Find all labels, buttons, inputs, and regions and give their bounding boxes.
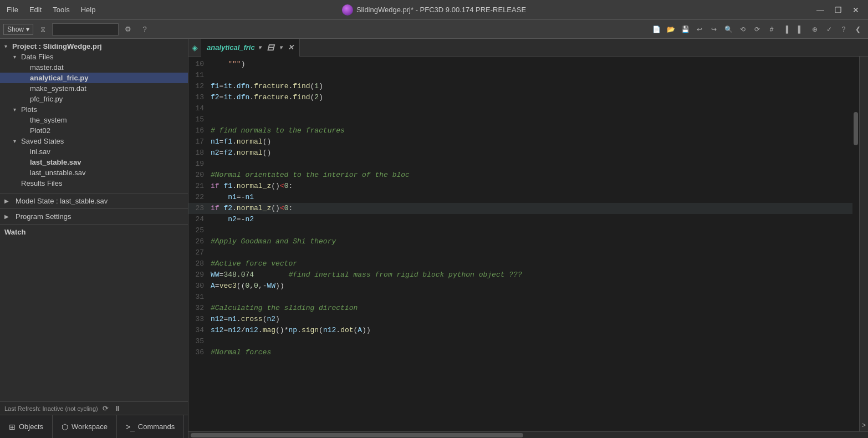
sidebar-item-results[interactable]: Results Files (0, 178, 188, 189)
saved-states-label: Saved States (21, 137, 64, 145)
next-icon[interactable]: ⟳ (750, 22, 764, 37)
refresh-button[interactable]: ⟳ (101, 404, 110, 412)
code-line-16: 16 # find normals to the fractures (188, 125, 852, 136)
code-line-13: 13 f2=it.dfn.fracture.find(2) (188, 92, 852, 103)
tab-close-icon[interactable]: ✕ (288, 43, 294, 52)
sidebar-item-data-files[interactable]: ▾ Data Files (0, 52, 188, 62)
sidebar-item-master-dat[interactable]: master.dat (0, 62, 188, 73)
expand-right-icon[interactable]: > (862, 421, 866, 429)
code-editor[interactable]: 10 """) 11 12 f1=it.dfn.fracture.find(1)… (188, 57, 852, 431)
filter-icon[interactable]: ⧖ (35, 22, 50, 37)
objects-icon: ⊞ (9, 422, 16, 431)
code-line-14: 14 (188, 103, 852, 114)
sidebar: ▾ Project : SlidingWedge.prj ▾ Data File… (0, 39, 188, 438)
chevron-down-icon: ▾ (26, 26, 29, 33)
code-line-11: 11 (188, 70, 852, 81)
last-refresh-bar: Last Refresh: Inactive (not cycling) ⟳ ⏸ (0, 401, 188, 415)
code-line-22: 22 n1=-n1 (188, 192, 852, 203)
menu-file[interactable]: File (4, 4, 21, 15)
code-line-34: 34 s12=n12/n12.mag()*np.sign(n12.dot(A)) (188, 325, 852, 336)
code-line-26: 26 #Apply Goodman and Shi theory (188, 236, 852, 247)
code-line-23: 23 if f2.normal_z()<0: (188, 203, 852, 214)
maximize-button[interactable]: ❐ (830, 3, 846, 17)
menu-help[interactable]: Help (79, 4, 98, 15)
check-icon[interactable]: ✓ (823, 22, 836, 37)
settings-icon[interactable]: ⚙ (121, 22, 135, 37)
sidebar-item-last-unstable[interactable]: last_unstable.sav (0, 167, 188, 178)
pause-button[interactable]: ⏸ (113, 404, 122, 412)
spacer (22, 117, 28, 123)
sidebar-item-pfc-fric[interactable]: pfc_fric.py (0, 94, 188, 104)
open-file-icon[interactable]: 📂 (664, 22, 677, 37)
spacer (22, 159, 28, 165)
sidebar-item-project[interactable]: ▾ Project : SlidingWedge.prj (0, 41, 188, 52)
code-line-15: 15 (188, 114, 852, 125)
code-line-28: 28 #Active force vector (188, 258, 852, 269)
minimize-button[interactable]: — (813, 3, 828, 17)
close-button[interactable]: ✕ (848, 3, 864, 17)
sidebar-item-make-system[interactable]: make_system.dat (0, 83, 188, 94)
code-line-33: 33 n12=n1.cross(n2) (188, 314, 852, 325)
window-controls: — ❐ ✕ (813, 3, 864, 17)
filter-input[interactable] (52, 23, 119, 35)
horizontal-scrollbar[interactable] (188, 431, 868, 438)
sidebar-item-plots[interactable]: ▾ Plots (0, 104, 188, 115)
spacer (22, 64, 28, 70)
split-left-icon[interactable]: ▐ (779, 22, 793, 37)
model-state-label: Model State : last_stable.sav (16, 197, 108, 205)
editor-tabbar: ◈ analytical_fric ▾ ⊟ ▾ ✕ (188, 39, 868, 57)
right-panel: > (859, 57, 868, 431)
split-right-icon[interactable]: ▌ (794, 22, 807, 37)
menu-edit[interactable]: Edit (27, 4, 44, 15)
sidebar-item-ini-sav[interactable]: ini.sav (0, 146, 188, 157)
prev-icon[interactable]: ⟲ (736, 22, 749, 37)
code-line-25: 25 (188, 225, 852, 236)
sidebar-item-plot02[interactable]: Plot02 (0, 125, 188, 136)
sidebar-item-last-stable[interactable]: last_stable.sav (0, 157, 188, 167)
editor-content: 10 """) 11 12 f1=it.dfn.fracture.find(1)… (188, 57, 868, 431)
new-file-icon[interactable]: 📄 (650, 22, 663, 37)
spacer (22, 96, 28, 102)
undo-icon[interactable]: ↩ (693, 22, 706, 37)
sidebar-item-analytical-fric[interactable]: analytical_fric.py (0, 73, 188, 83)
menu-bar: File Edit Tools Help (4, 4, 98, 15)
save-icon[interactable]: 💾 (678, 22, 692, 37)
toolbar-help-icon[interactable]: ? (837, 22, 850, 37)
tab-split-arrow-icon[interactable]: ▾ (279, 44, 282, 50)
collapse-icon[interactable]: ❮ (851, 22, 865, 37)
scroll-thumb[interactable] (854, 112, 858, 145)
plot-label: Plot02 (30, 126, 50, 135)
help-icon[interactable]: ? (137, 22, 152, 37)
redo-icon[interactable]: ↪ (707, 22, 721, 37)
tab-split-icon[interactable]: ⊟ (267, 42, 274, 53)
show-dropdown[interactable]: Show ▾ (3, 24, 33, 35)
sidebar-item-the-system[interactable]: the_system (0, 115, 188, 125)
tab-dropdown-icon[interactable]: ▾ (258, 44, 261, 50)
sidebar-model-state[interactable]: ▶ Model State : last_stable.sav (0, 193, 188, 208)
sidebar-item-saved-states[interactable]: ▾ Saved States (0, 136, 188, 146)
hash-icon[interactable]: # (765, 22, 778, 37)
vertical-scrollbar[interactable] (852, 57, 859, 431)
state-label: last_unstable.sav (30, 169, 85, 177)
last-refresh-text: Last Refresh: Inactive (not cycling) (4, 405, 98, 412)
hscroll-thumb[interactable] (191, 433, 523, 437)
code-line-17: 17 n1=f1.normal() (188, 136, 852, 147)
state-label: ini.sav (30, 147, 50, 156)
sidebar-program-settings[interactable]: ▶ Program Settings (0, 208, 188, 224)
editor-tab-analytical-fric[interactable]: analytical_fric ▾ ⊟ ▾ ✕ (201, 39, 300, 57)
code-line-36: 36 #Normal forces (188, 347, 852, 358)
add-icon[interactable]: ⊕ (808, 22, 821, 37)
menu-tools[interactable]: Tools (50, 4, 72, 15)
project-label: Project : SlidingWedge.prj (12, 42, 102, 50)
toolbar-right: 📄 📂 💾 ↩ ↪ 🔍 ⟲ ⟳ # ▐ ▌ ⊕ ✓ ? ❮ (650, 22, 865, 37)
objects-tab[interactable]: ⊞ Objects (0, 415, 53, 438)
spacer (22, 149, 28, 155)
code-line-29: 29 WW=348.074 #find inertial mass from r… (188, 269, 852, 281)
workspace-label: Workspace (72, 422, 108, 431)
workspace-tab[interactable]: ⬡ Workspace (53, 415, 117, 438)
code-line-32: 32 #Calculating the sliding direction (188, 303, 852, 314)
chevron-down-icon: ▾ (4, 43, 10, 49)
spacer (22, 128, 28, 134)
search-icon[interactable]: 🔍 (722, 22, 735, 37)
commands-tab[interactable]: >_ Commands (117, 415, 184, 438)
